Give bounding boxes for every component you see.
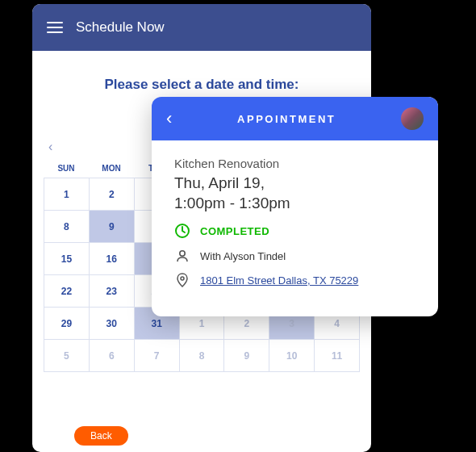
appointment-time: 1:00pm - 1:30pm bbox=[174, 195, 290, 211]
calendar-cell[interactable]: 7 bbox=[135, 340, 180, 372]
calendar-cell[interactable]: 30 bbox=[90, 308, 135, 340]
schedule-prompt: Please select a date and time: bbox=[32, 77, 371, 93]
calendar-cell[interactable]: 5 bbox=[44, 340, 90, 372]
calendar-cell[interactable]: 22 bbox=[44, 275, 90, 308]
appointment-header: ‹ APPOINTMENT bbox=[152, 97, 438, 140]
calendar-cell[interactable]: 2 bbox=[90, 178, 135, 211]
menu-icon[interactable] bbox=[47, 22, 63, 33]
avatar[interactable] bbox=[401, 107, 424, 130]
calendar-day-label: MON bbox=[89, 159, 134, 178]
appointment-with-row: With Alyson Tindel bbox=[174, 249, 415, 263]
appointment-title: APPOINTMENT bbox=[237, 113, 336, 125]
svg-point-1 bbox=[180, 251, 185, 256]
calendar-cell[interactable]: 1 bbox=[44, 178, 90, 211]
appointment-address-link[interactable]: 1801 Elm Street Dallas, TX 75229 bbox=[200, 274, 358, 287]
appointment-card: ‹ APPOINTMENT Kitchen Renovation Thu, Ap… bbox=[152, 97, 438, 316]
calendar-cell[interactable]: 10 bbox=[269, 340, 315, 372]
calendar-day-label: SUN bbox=[44, 159, 89, 178]
appointment-status-row: COMPLETED bbox=[174, 223, 415, 239]
calendar-cell[interactable]: 16 bbox=[90, 243, 135, 275]
calendar-cell[interactable]: 6 bbox=[90, 340, 135, 372]
calendar-cell[interactable]: 9 bbox=[90, 211, 135, 243]
calendar-cell[interactable]: 8 bbox=[180, 340, 225, 372]
appointment-body: Kitchen Renovation Thu, April 19, 1:00pm… bbox=[152, 140, 438, 316]
svg-point-2 bbox=[181, 277, 184, 280]
calendar-cell[interactable]: 8 bbox=[44, 211, 90, 243]
appointment-with: With Alyson Tindel bbox=[200, 250, 286, 262]
calendar-cell[interactable]: 29 bbox=[44, 308, 90, 340]
pin-icon bbox=[174, 273, 190, 287]
chevron-left-icon[interactable]: ‹ bbox=[48, 140, 52, 154]
calendar-cell[interactable]: 11 bbox=[315, 340, 360, 372]
appointment-service: Kitchen Renovation bbox=[174, 157, 415, 170]
app-header: Schedule Now bbox=[32, 4, 371, 51]
appointment-datetime: Thu, April 19, 1:00pm - 1:30pm bbox=[174, 174, 415, 213]
status-badge: COMPLETED bbox=[200, 225, 269, 237]
calendar-cell[interactable]: 9 bbox=[224, 340, 269, 372]
calendar-cell[interactable]: 15 bbox=[44, 243, 90, 275]
back-button[interactable]: Back bbox=[74, 426, 128, 446]
header-title: Schedule Now bbox=[76, 19, 165, 36]
clock-icon bbox=[174, 223, 190, 239]
appointment-address-row: 1801 Elm Street Dallas, TX 75229 bbox=[174, 273, 415, 287]
calendar-cell[interactable]: 23 bbox=[90, 275, 135, 308]
appointment-date: Thu, April 19, bbox=[174, 174, 265, 191]
back-arrow-icon[interactable]: ‹ bbox=[166, 108, 172, 129]
person-icon bbox=[174, 249, 190, 263]
